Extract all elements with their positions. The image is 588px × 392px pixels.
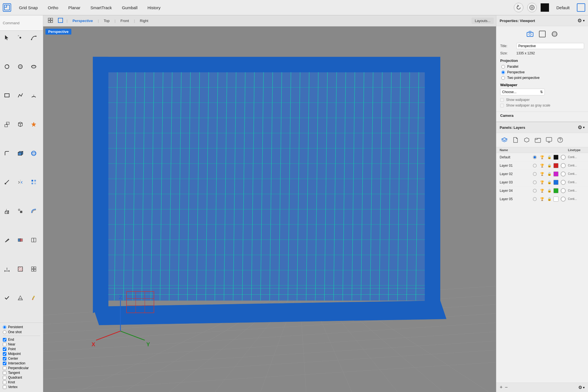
tool-move[interactable] bbox=[2, 177, 12, 187]
snap-quadrant[interactable]: Quadrant bbox=[3, 376, 40, 379]
layer-circle-01[interactable] bbox=[561, 163, 566, 168]
layer-row-default[interactable]: Default 🏆 🔒 Conti... bbox=[496, 153, 588, 161]
tool-fillet[interactable] bbox=[2, 148, 12, 159]
tool-arc[interactable] bbox=[28, 90, 39, 101]
snap-end[interactable]: End bbox=[3, 338, 40, 342]
snap-point[interactable]: Point bbox=[3, 347, 40, 351]
layer-circle-default[interactable] bbox=[561, 155, 566, 160]
tool-split[interactable] bbox=[28, 235, 39, 245]
snap-tangent[interactable]: Tangent bbox=[3, 371, 40, 375]
layer-color-02[interactable] bbox=[553, 171, 558, 176]
snap-midpoint[interactable]: Midpoint bbox=[3, 352, 40, 356]
layer-circle-03[interactable] bbox=[561, 180, 566, 185]
viewport-maximize[interactable] bbox=[577, 3, 585, 12]
snap-vertex[interactable]: Vertex bbox=[3, 385, 40, 389]
layer-radio-04[interactable] bbox=[532, 188, 538, 193]
remove-layer-button[interactable]: − bbox=[505, 384, 508, 390]
menu-grid-snap[interactable]: Grid Snap bbox=[17, 4, 40, 11]
layer-row-05[interactable]: Layer 05 🏆 🔒 Conti... bbox=[496, 195, 588, 203]
title-input[interactable] bbox=[516, 43, 584, 49]
snap-near[interactable]: Near bbox=[3, 342, 40, 346]
redo-button[interactable] bbox=[527, 3, 537, 12]
props-material-tab[interactable] bbox=[550, 29, 560, 39]
tool-circle[interactable] bbox=[15, 61, 26, 72]
file-tab[interactable] bbox=[511, 135, 520, 145]
show-wallpaper-check[interactable]: Show wallpaper bbox=[500, 97, 584, 103]
radio-perspective[interactable]: Perspective bbox=[496, 69, 588, 75]
show-grayscale-check[interactable]: Show wallpaper as gray scale bbox=[500, 103, 584, 108]
menu-history[interactable]: History bbox=[145, 4, 163, 11]
tool-layout[interactable] bbox=[28, 264, 39, 274]
tool-sphere[interactable] bbox=[28, 148, 39, 159]
help-tab[interactable] bbox=[555, 135, 565, 145]
layer-color-05[interactable] bbox=[553, 197, 558, 202]
tab-right[interactable]: Right bbox=[136, 17, 152, 25]
command-input[interactable] bbox=[3, 21, 40, 25]
layer-circle-02[interactable] bbox=[561, 171, 566, 176]
tool-dimension[interactable] bbox=[2, 264, 12, 274]
menu-ortho[interactable]: Ortho bbox=[46, 4, 61, 11]
tool-mesh[interactable] bbox=[15, 292, 26, 303]
layer-color-04[interactable] bbox=[553, 188, 558, 193]
snap-center[interactable]: Center bbox=[3, 357, 40, 360]
layers-gear-button[interactable]: ⚙ ▾ bbox=[578, 124, 585, 130]
layer-radio-03[interactable] bbox=[532, 180, 538, 185]
snap-persistent[interactable]: Persistent bbox=[3, 325, 40, 329]
layouts-button[interactable]: Layouts... bbox=[472, 18, 494, 24]
menu-planar[interactable]: Planar bbox=[66, 4, 82, 11]
tool-mirror[interactable] bbox=[15, 177, 26, 187]
wallpaper-select[interactable]: Choose... ⇅ bbox=[500, 89, 545, 95]
tool-curve[interactable] bbox=[28, 32, 39, 43]
tool-paintbucket[interactable] bbox=[28, 292, 39, 303]
tool-extrude[interactable] bbox=[2, 206, 12, 216]
grid-view-icon[interactable] bbox=[45, 16, 55, 26]
group-tab[interactable] bbox=[533, 135, 543, 145]
tool-scale[interactable] bbox=[15, 206, 26, 216]
add-layer-button[interactable]: + bbox=[500, 384, 503, 390]
object-tab[interactable] bbox=[522, 135, 531, 145]
layer-row-01[interactable]: Layer 01 🏆 🔒 Conti... bbox=[496, 161, 588, 170]
tool-polyline[interactable] bbox=[15, 90, 26, 101]
tool-box[interactable] bbox=[15, 119, 26, 130]
props-viewport-tab[interactable] bbox=[537, 29, 547, 39]
props-camera-tab[interactable] bbox=[525, 29, 535, 39]
tool-check[interactable] bbox=[2, 292, 12, 303]
snap-oneshot[interactable]: One shot bbox=[3, 330, 40, 334]
layer-radio-05[interactable] bbox=[532, 197, 538, 201]
radio-two-point[interactable]: Two point perspective bbox=[496, 75, 588, 81]
layer-radio-02[interactable] bbox=[532, 172, 538, 176]
layer-circle-05[interactable] bbox=[561, 197, 566, 202]
menu-smarttrack[interactable]: SmartTrack bbox=[88, 4, 114, 11]
snap-perpendicular[interactable]: Perpendicular bbox=[3, 366, 40, 370]
layer-row-04[interactable]: Layer 04 🏆 🔒 Conti... bbox=[496, 187, 588, 195]
tool-solid[interactable] bbox=[15, 148, 26, 159]
tool-star[interactable] bbox=[28, 119, 39, 130]
single-view-icon[interactable] bbox=[55, 16, 65, 26]
display-tab[interactable] bbox=[544, 135, 554, 145]
layer-circle-04[interactable] bbox=[561, 188, 566, 193]
color-swatch[interactable] bbox=[541, 3, 549, 12]
layers-settings-button[interactable]: ⚙ ▾ bbox=[578, 385, 585, 390]
tool-boolean[interactable] bbox=[15, 235, 26, 245]
snap-knot[interactable]: Knot bbox=[3, 380, 40, 384]
layer-radio-01[interactable] bbox=[532, 163, 538, 168]
menu-gumball[interactable]: Gumball bbox=[120, 4, 140, 11]
layer-color-01[interactable] bbox=[553, 163, 558, 168]
layers-tab[interactable] bbox=[500, 135, 509, 145]
tool-rectangle[interactable] bbox=[2, 90, 12, 101]
tool-select[interactable] bbox=[2, 32, 12, 43]
radio-parallel[interactable]: Parallel bbox=[496, 64, 588, 69]
layer-radio-default[interactable] bbox=[532, 155, 538, 159]
tool-rotate[interactable] bbox=[2, 61, 12, 72]
app-icon[interactable] bbox=[3, 3, 11, 12]
props-gear-button[interactable]: ⚙ ▾ bbox=[577, 18, 585, 24]
tool-point[interactable] bbox=[15, 32, 26, 43]
tool-knife[interactable] bbox=[2, 235, 12, 245]
layer-row-02[interactable]: Layer 02 🏆 🔒 Conti... bbox=[496, 170, 588, 178]
layer-color-default[interactable] bbox=[553, 155, 558, 160]
tab-perspective[interactable]: Perspective bbox=[69, 17, 97, 25]
tab-front[interactable]: Front bbox=[116, 17, 133, 25]
tool-offset[interactable] bbox=[28, 206, 39, 216]
viewport-canvas[interactable]: Perspective bbox=[43, 26, 496, 392]
tool-array[interactable] bbox=[28, 177, 39, 187]
